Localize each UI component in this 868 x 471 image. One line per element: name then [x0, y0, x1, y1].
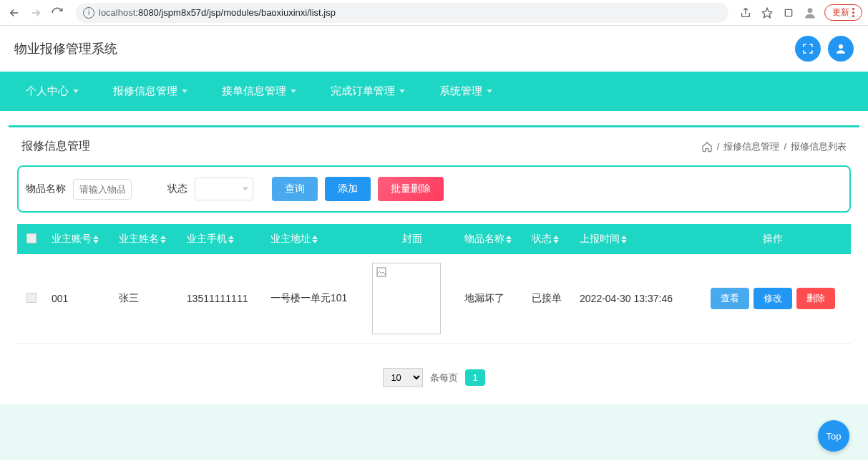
forward-button[interactable]: [27, 4, 44, 21]
status-label: 状态: [167, 183, 187, 195]
view-button[interactable]: 查看: [711, 288, 749, 309]
nav-repair-info[interactable]: 报修信息管理: [96, 72, 205, 111]
nav-complete-order[interactable]: 完成订单管理: [313, 72, 422, 111]
cell-item: 地漏坏了: [459, 254, 526, 344]
url-bar[interactable]: i localhost:8080/jspm8x57d/jsp/modules/b…: [76, 3, 728, 23]
cell-account: 001: [46, 254, 113, 344]
cover-image: [372, 263, 441, 334]
page-number[interactable]: 1: [465, 369, 484, 386]
search-button[interactable]: 查询: [272, 177, 318, 201]
cell-name: 张三: [113, 254, 180, 344]
nav-system[interactable]: 系统管理: [422, 72, 509, 111]
extensions-icon[interactable]: [781, 6, 796, 20]
url-host: localhost: [99, 7, 135, 18]
row-checkbox[interactable]: [26, 293, 36, 303]
bookmark-icon[interactable]: [760, 6, 774, 20]
menu-dots-icon: [852, 8, 854, 17]
batch-delete-button[interactable]: 批量删除: [378, 177, 444, 201]
fullscreen-button[interactable]: [795, 36, 821, 62]
reload-button[interactable]: [49, 4, 66, 21]
pagination: 10 条每页 1: [9, 358, 859, 404]
table-row: 001 张三 13511111111 一号楼一单元101 地漏坏了 已接单 20…: [17, 254, 851, 344]
browser-toolbar: i localhost:8080/jspm8x57d/jsp/modules/b…: [0, 0, 868, 26]
col-address[interactable]: 业主地址: [265, 224, 366, 254]
nav-accept-order[interactable]: 接单信息管理: [205, 72, 313, 111]
back-to-top-button[interactable]: Top: [818, 420, 849, 452]
crumb-2: 报修信息列表: [791, 140, 847, 153]
broken-image-icon: [376, 266, 387, 278]
cell-address: 一号楼一单元101: [265, 254, 366, 344]
nav-personal[interactable]: 个人中心: [9, 72, 96, 111]
col-cover: 封面: [366, 224, 459, 254]
item-name-label: 物品名称: [26, 183, 66, 195]
site-info-icon[interactable]: i: [83, 7, 94, 19]
select-all-checkbox[interactable]: [26, 233, 36, 243]
browser-actions: 更新: [738, 4, 862, 21]
col-status[interactable]: 状态: [526, 224, 574, 254]
add-button[interactable]: 添加: [325, 177, 371, 201]
svg-rect-0: [785, 9, 791, 16]
col-item[interactable]: 物品名称: [459, 224, 526, 254]
update-button[interactable]: 更新: [824, 4, 862, 21]
delete-button[interactable]: 删除: [796, 288, 835, 309]
edit-button[interactable]: 修改: [754, 288, 792, 309]
home-icon[interactable]: [701, 141, 713, 152]
chevron-down-icon: [291, 89, 296, 93]
cell-time: 2022-04-30 13:37:46: [574, 254, 694, 344]
share-icon[interactable]: [738, 6, 753, 20]
user-button[interactable]: [828, 36, 854, 62]
svg-point-1: [808, 8, 813, 13]
cell-phone: 13511111111: [181, 254, 265, 344]
col-ops: 操作: [694, 224, 851, 254]
status-select[interactable]: [195, 178, 253, 200]
col-phone[interactable]: 业主手机: [181, 224, 265, 254]
svg-rect-3: [377, 268, 386, 276]
footer-zone: Top: [0, 404, 868, 460]
back-button[interactable]: [6, 4, 23, 21]
chevron-down-icon: [399, 89, 405, 93]
app-title: 物业报修管理系统: [14, 40, 117, 57]
crumb-1[interactable]: 报修信息管理: [723, 140, 779, 153]
chevron-down-icon: [487, 89, 492, 93]
data-table: 业主账号 业主姓名 业主手机 业主地址 封面 物品名称 状态 上报时间 操作: [17, 224, 851, 344]
svg-point-2: [839, 44, 843, 49]
content-panel: 报修信息管理 / 报修信息管理 / 报修信息列表 物品名称 状态 查询 添加 批…: [9, 125, 859, 404]
app-header: 物业报修管理系统: [0, 26, 868, 72]
page-size-select[interactable]: 10: [383, 368, 423, 387]
page-title: 报修信息管理: [21, 139, 90, 154]
col-time[interactable]: 上报时间: [574, 224, 694, 254]
profile-icon[interactable]: [803, 6, 817, 20]
url-path: :8080/jspm8x57d/jsp/modules/baoxiuxinxi/…: [135, 7, 336, 18]
update-label: 更新: [832, 6, 849, 19]
chevron-down-icon: [73, 89, 79, 93]
search-panel: 物品名称 状态 查询 添加 批量删除: [17, 165, 851, 213]
chevron-down-icon: [182, 89, 187, 93]
chevron-down-icon: [243, 188, 248, 191]
col-account[interactable]: 业主账号: [46, 224, 113, 254]
item-name-input[interactable]: [73, 179, 132, 200]
cell-status: 已接单: [526, 254, 574, 344]
breadcrumb: / 报修信息管理 / 报修信息列表: [701, 140, 847, 153]
page-size-label: 条每页: [430, 372, 458, 384]
main-nav: 个人中心 报修信息管理 接单信息管理 完成订单管理 系统管理: [0, 72, 868, 111]
col-name[interactable]: 业主姓名: [113, 224, 180, 254]
